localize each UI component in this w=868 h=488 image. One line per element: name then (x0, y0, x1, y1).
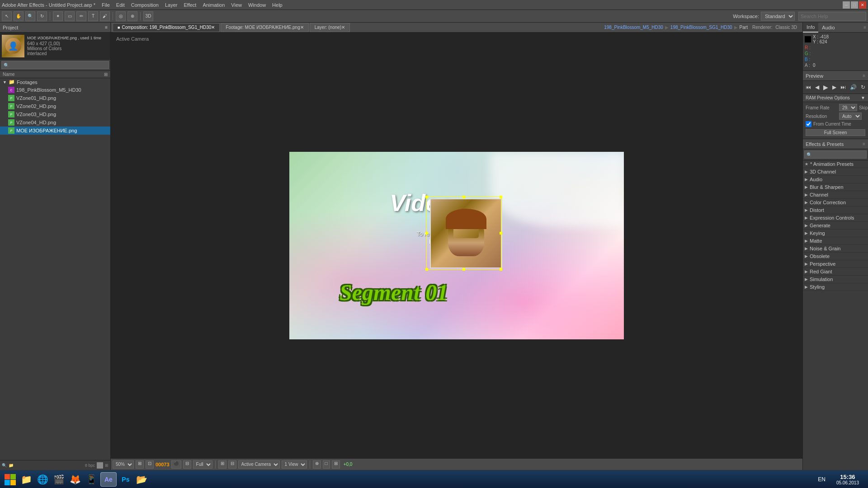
view-select[interactable]: 1 View (282, 460, 307, 469)
tool-roto[interactable]: ◎ (116, 11, 126, 21)
go-to-end-button[interactable]: ⏭ (839, 83, 847, 91)
effect-perspective[interactable]: ▶ Perspective (803, 260, 868, 268)
effect-expression-controls[interactable]: ▶ Expression Controls (803, 214, 868, 222)
menu-help[interactable]: Help (269, 1, 285, 9)
project-bottom-btn1[interactable]: 🔍 (2, 463, 7, 468)
photoshop-button[interactable]: Ps (118, 471, 134, 488)
effect-red-giant[interactable]: ▶ Red Giant (803, 268, 868, 276)
effect-keying[interactable]: ▶ Keying (803, 230, 868, 237)
breadcrumb-1[interactable]: 198_PinkBlossom_M5_HD30 (604, 25, 663, 30)
tool-select[interactable]: ↖ (2, 11, 12, 21)
effects-panel-menu[interactable]: ≡ (863, 141, 865, 146)
safe-zone-btn[interactable]: ⊞ (332, 460, 340, 469)
menu-window[interactable]: Window (245, 1, 269, 9)
project-item-vzone03[interactable]: P VZone03_HD.png (0, 110, 110, 118)
ram-options-arrow[interactable]: ▼ (861, 95, 865, 100)
step-back-button[interactable]: ◀ (814, 83, 821, 91)
tool-zoom[interactable]: 🔍 (25, 11, 35, 21)
preview-panel-menu[interactable]: ≡ (863, 73, 865, 78)
3d-axes-btn[interactable]: ⊕ (313, 460, 321, 469)
close-footage-tab[interactable]: ✕ (300, 25, 304, 30)
full-screen-button[interactable]: Full Screen (806, 129, 865, 136)
effect-color-correction[interactable]: ▶ Color Correction (803, 199, 868, 206)
project-item-vzone01[interactable]: P VZone01_HD.png (0, 94, 110, 102)
menu-layer[interactable]: Layer (162, 1, 180, 9)
effect-3d-channel[interactable]: ▶ 3D Channel (803, 168, 868, 176)
comp-btn[interactable]: □ (323, 460, 330, 469)
close-button[interactable]: ✕ (859, 1, 866, 9)
transparency-btn[interactable]: ⊟ (228, 460, 236, 469)
effect-simulation[interactable]: ▶ Simulation (803, 276, 868, 283)
project-list-expand[interactable]: ⊞ (104, 72, 108, 77)
from-current-checkbox[interactable] (806, 121, 811, 127)
search-help-input[interactable] (798, 12, 866, 21)
step-forward-button[interactable]: ▶ (831, 83, 838, 91)
workspace-select[interactable]: Standard (761, 12, 795, 21)
start-button[interactable] (2, 471, 18, 488)
project-panel-menu[interactable]: ≡ (105, 25, 108, 30)
breadcrumb-3[interactable]: Part (740, 25, 748, 30)
vlc-button[interactable]: 🎬 (51, 471, 67, 488)
zoom-select[interactable]: 50% (113, 460, 134, 469)
effects-search-input[interactable] (804, 150, 867, 159)
effect-generate[interactable]: ▶ Generate (803, 222, 868, 230)
flow-chart-btn[interactable]: ⊞ (105, 463, 108, 468)
menu-effect[interactable]: Effect (181, 1, 199, 9)
close-layer-tab[interactable]: ✕ (341, 25, 345, 30)
menu-animation[interactable]: Animation (200, 1, 227, 9)
project-folder-footages[interactable]: ▼ 📁 Footages (0, 78, 110, 86)
effect-matte[interactable]: ▶ Matte (803, 237, 868, 245)
comp-photo[interactable] (430, 198, 502, 268)
effect-styling[interactable]: ▶ Styling (803, 283, 868, 291)
effect-obsolete[interactable]: ▶ Obsolete (803, 253, 868, 260)
play-stop-button[interactable]: ▶ (822, 83, 830, 92)
effect-blur-sharpen[interactable]: ▶ Blur & Sharpen (803, 183, 868, 191)
project-search-input[interactable] (1, 61, 109, 69)
close-comp-tab[interactable]: ✕ (211, 25, 215, 30)
maximize-button[interactable]: □ (851, 1, 858, 9)
tool-rect-mask[interactable]: ▭ (65, 11, 75, 21)
tool-3d[interactable]: 3D (143, 11, 153, 21)
tool-rotate[interactable]: ↻ (37, 11, 47, 21)
resolution-select[interactable]: Full (193, 460, 212, 469)
grid-btn[interactable]: ⊞ (218, 460, 226, 469)
tool-anchor[interactable]: ✦ (53, 11, 63, 21)
file-manager-button[interactable]: 📂 (134, 471, 150, 488)
fit-btn[interactable]: ⊞ (136, 460, 144, 469)
snap-btn[interactable]: ⊡ (146, 460, 154, 469)
tool-paint[interactable]: 🖌 (100, 11, 110, 21)
go-to-start-button[interactable]: ⏮ (804, 83, 812, 91)
info-tab-info[interactable]: Info (803, 23, 818, 33)
project-color-indicator[interactable] (97, 462, 103, 469)
after-effects-taskbar-button[interactable]: Ae (100, 472, 117, 487)
file-explorer-button[interactable]: 📁 (18, 471, 34, 488)
tool-puppet[interactable]: ⊕ (127, 11, 137, 21)
project-bottom-btn2[interactable]: 📁 (9, 463, 14, 468)
viewer-tab-footage[interactable]: Footage: МОЕ ИЗОБРАЖЕНИЕ.png ✕ (221, 23, 308, 32)
tool-text[interactable]: T (88, 11, 98, 21)
audio-button[interactable]: 🔊 (849, 83, 858, 91)
project-item-vzone02[interactable]: P VZone02_HD.png (0, 102, 110, 110)
firefox-button[interactable]: 🦊 (67, 471, 83, 488)
info-tab-audio[interactable]: Audio (818, 23, 838, 33)
effect-animation-presets[interactable]: ★ * Animation Presets (803, 160, 868, 168)
record-btn[interactable]: ⚫ (171, 460, 181, 469)
resolution-preview-select[interactable]: Auto (839, 113, 862, 120)
project-item-comp[interactable]: C 198_PinkBlossom_M5_HD30 (0, 86, 110, 94)
effect-audio[interactable]: ▶ Audio (803, 176, 868, 183)
loop-button[interactable]: ↻ (859, 83, 867, 91)
tool-hand[interactable]: ✋ (14, 11, 24, 21)
viber-button[interactable]: 📱 (83, 471, 99, 488)
chrome-button[interactable]: 🌐 (34, 471, 51, 488)
menu-file[interactable]: File (99, 1, 113, 9)
viewer-tab-comp[interactable]: ■ Composition: 198_PinkBlossom_SG1_HD30 … (113, 23, 220, 32)
frame-rate-select[interactable]: 29.97 (839, 104, 857, 111)
effect-noise-grain[interactable]: ▶ Noise & Grain (803, 245, 868, 253)
effect-distort[interactable]: ▶ Distort (803, 206, 868, 214)
comp-canvas[interactable]: Video To replace this layer, select it..… (289, 152, 624, 339)
project-item-vzone04[interactable]: P VZone04_HD.png (0, 118, 110, 127)
info-panel-menu[interactable]: ≡ (862, 25, 868, 30)
minimize-button[interactable]: ─ (843, 1, 850, 9)
menu-composition[interactable]: Composition (128, 1, 161, 9)
breadcrumb-2[interactable]: 198_PinkBlossom_SG1_HD30 (670, 25, 732, 30)
